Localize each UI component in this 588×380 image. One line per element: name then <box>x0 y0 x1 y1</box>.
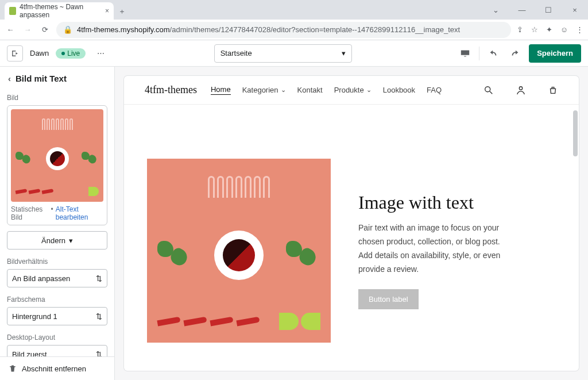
nav-lookbook[interactable]: Lookbook <box>383 85 415 95</box>
lock-icon: 🔒 <box>63 25 72 34</box>
section-heading: Image with text <box>358 192 556 213</box>
more-button[interactable]: ⋯ <box>92 45 109 62</box>
chevron-down-icon: ▾ <box>342 49 346 57</box>
store-header: 4tfm-themes Home Kategorien ⌄ Kontakt Pr… <box>124 76 579 105</box>
back-icon[interactable]: ← <box>5 25 16 34</box>
sidebar-header[interactable]: ‹ Bild mit Text <box>0 67 114 90</box>
forward-icon[interactable]: → <box>22 25 33 34</box>
exit-icon <box>11 49 19 57</box>
new-tab-button[interactable]: ＋ <box>114 3 130 20</box>
scheme-label: Farbschema <box>7 295 107 304</box>
redo-icon <box>510 48 520 59</box>
section-text: Image with text Pair text with an image … <box>358 192 556 309</box>
remove-section-button[interactable]: Abschnitt entfernen <box>0 356 114 380</box>
account-icon[interactable] <box>516 85 526 95</box>
url-text: 4tfm-themes.myshopify.com/admin/themes/1… <box>77 25 460 34</box>
scheme-select[interactable]: Hintergrund 1⇅ <box>7 307 107 325</box>
undo-icon <box>488 48 498 59</box>
layout-label: Desktop-Layout <box>7 333 107 341</box>
nav-products[interactable]: Produkte ⌄ <box>334 85 372 95</box>
preview-stage: 4tfm-themes Home Kategorien ⌄ Kontakt Pr… <box>115 67 588 380</box>
select-arrows-icon: ⇅ <box>96 312 102 321</box>
desktop-icon <box>460 48 470 59</box>
section-button[interactable]: Button label <box>358 289 419 309</box>
save-button[interactable]: Speichern <box>529 44 581 63</box>
svg-point-1 <box>519 86 522 89</box>
reload-icon[interactable]: ⟳ <box>39 25 51 34</box>
minimize-icon[interactable]: — <box>509 0 535 20</box>
caret-down-icon[interactable]: ⌄ <box>482 0 509 20</box>
nav-home[interactable]: Home <box>211 85 231 95</box>
preview-canvas[interactable]: 4tfm-themes Home Kategorien ⌄ Kontakt Pr… <box>124 76 579 371</box>
exit-button[interactable] <box>7 45 23 62</box>
browser-titlebar: 4tfm-themes ~ Dawn anpassen × ＋ ⌄ — ☐ × <box>0 0 588 20</box>
section-image <box>147 159 331 343</box>
ratio-label: Bildverhältnis <box>7 258 107 266</box>
tab-title: 4tfm-themes ~ Dawn anpassen <box>20 3 102 19</box>
change-image-button[interactable]: Ändern▾ <box>7 231 107 250</box>
live-badge: Live <box>56 48 86 59</box>
section-body: Pair text with an image to focus on your… <box>358 221 508 276</box>
share-icon[interactable]: ⇪ <box>517 25 523 34</box>
bookmark-icon[interactable]: ☆ <box>531 25 538 34</box>
editor-topbar: Dawn Live ⋯ Startseite ▾ Speichern <box>0 40 588 67</box>
maximize-icon[interactable]: ☐ <box>535 0 562 20</box>
nav-categories[interactable]: Kategorien ⌄ <box>242 85 286 95</box>
page-selector-label: Startseite <box>220 49 252 57</box>
close-tab-icon[interactable]: × <box>105 7 109 15</box>
shopify-favicon <box>9 7 16 15</box>
select-arrows-icon: ⇅ <box>96 274 102 283</box>
browser-toolbar: ← → ⟳ 🔒 4tfm-themes.myshopify.com/admin/… <box>0 20 588 40</box>
close-window-icon[interactable]: × <box>562 0 588 20</box>
cart-icon[interactable] <box>548 85 558 95</box>
scrollbar-thumb[interactable] <box>573 110 578 156</box>
image-picker[interactable]: Statisches Bild • Alt-Text bearbeiten <box>7 105 107 225</box>
edit-alt-link[interactable]: Alt-Text bearbeiten <box>56 205 103 221</box>
trash-icon <box>8 364 17 373</box>
chevron-down-icon: ▾ <box>69 236 73 245</box>
undo-button[interactable] <box>485 45 501 62</box>
profile-icon[interactable]: ☺ <box>560 25 568 34</box>
svg-point-0 <box>485 86 490 91</box>
address-bar[interactable]: 🔒 4tfm-themes.myshopify.com/admin/themes… <box>56 22 511 38</box>
image-with-text-section[interactable]: Image with text Pair text with an image … <box>124 105 579 366</box>
theme-name: Dawn <box>30 49 49 57</box>
nav-contact[interactable]: Kontakt <box>297 85 323 95</box>
chevron-left-icon: ‹ <box>8 74 11 83</box>
desktop-view-button[interactable] <box>457 45 473 62</box>
browser-tab[interactable]: 4tfm-themes ~ Dawn anpassen × <box>5 2 114 20</box>
ratio-select[interactable]: An Bild anpassen⇅ <box>7 269 107 287</box>
search-icon[interactable] <box>483 85 494 95</box>
select-arrows-icon: ⇅ <box>96 350 102 357</box>
sidebar-title: Bild mit Text <box>16 74 67 83</box>
layout-select[interactable]: Bild zuerst⇅ <box>7 345 107 356</box>
static-image-label: Statisches Bild <box>11 205 49 221</box>
window-controls: ⌄ — ☐ × <box>482 0 588 20</box>
image-thumbnail <box>11 109 103 202</box>
nav-faq[interactable]: FAQ <box>427 85 442 95</box>
image-label: Bild <box>7 94 107 102</box>
store-brand[interactable]: 4tfm-themes <box>145 84 197 96</box>
kebab-menu-icon[interactable]: ⋮ <box>576 25 583 34</box>
store-nav: Home Kategorien ⌄ Kontakt Produkte ⌄ Loo… <box>211 85 442 95</box>
redo-button[interactable] <box>507 45 523 62</box>
settings-sidebar: ‹ Bild mit Text Bild Statisches Bild • A… <box>0 67 115 380</box>
chevron-down-icon: ⌄ <box>281 86 286 94</box>
extensions-icon[interactable]: ✦ <box>546 25 552 34</box>
chevron-down-icon: ⌄ <box>366 86 372 94</box>
page-selector[interactable]: Startseite ▾ <box>214 44 352 63</box>
